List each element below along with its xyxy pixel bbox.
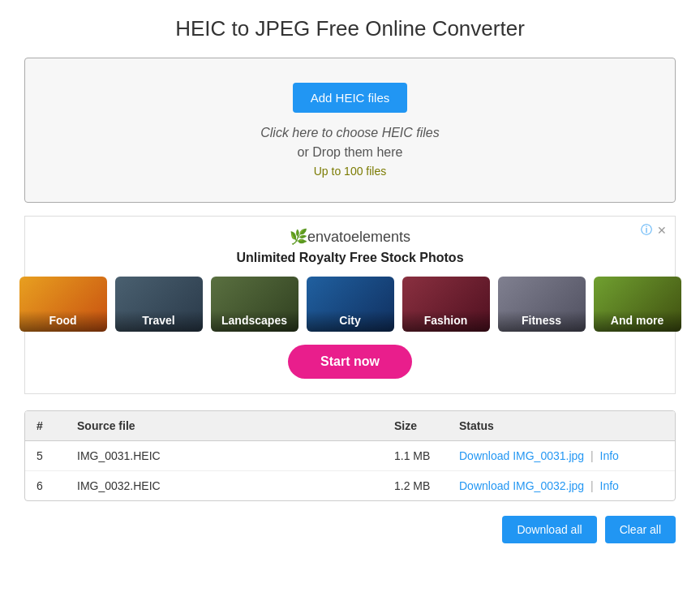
ad-banner: ⓘ ✕ 🌿envatoelements Unlimited Royalty Fr… (24, 216, 676, 394)
category-item-food[interactable]: Food (19, 277, 107, 332)
row2-status: Download IMG_0032.jpg | Info (448, 471, 675, 501)
add-heic-files-button[interactable]: Add HEIC files (293, 83, 408, 113)
category-item-andmore[interactable]: And more (594, 277, 681, 332)
envato-subtitle: Unlimited Royalty Free Stock Photos (38, 251, 662, 265)
col-header-num: # (25, 411, 66, 441)
bottom-action-bar: Download all Clear all (24, 511, 676, 548)
upload-drop-text: or Drop them here (41, 145, 659, 160)
category-label-food: Food (19, 311, 107, 332)
row1-download-link[interactable]: Download IMG_0031.jpg (459, 449, 584, 462)
ad-close-icon[interactable]: ✕ (657, 224, 667, 237)
category-item-travel[interactable]: Travel (115, 277, 203, 332)
row1-size: 1.1 MB (383, 441, 448, 471)
category-item-landscapes[interactable]: Landscapes (211, 277, 298, 332)
upload-area[interactable]: Add HEIC files Click here to choose HEIC… (24, 58, 676, 203)
category-item-fashion[interactable]: Fashion (402, 277, 490, 332)
start-now-button[interactable]: Start now (288, 345, 412, 379)
row1-separator: | (590, 449, 594, 462)
download-all-button[interactable]: Download all (502, 516, 596, 543)
row1-info-link[interactable]: Info (600, 449, 619, 462)
table-header-row: # Source file Size Status (25, 411, 675, 441)
envato-leaf-icon: 🌿 (290, 229, 307, 245)
row2-num: 6 (25, 471, 66, 501)
file-table: # Source file Size Status 5 IMG_0031.HEI… (25, 411, 675, 500)
page-title: HEIC to JPEG Free Online Converter (24, 16, 676, 41)
category-label-fashion: Fashion (402, 311, 490, 332)
envato-brand-name: envatoelements (307, 229, 410, 245)
row2-size: 1.2 MB (383, 471, 448, 501)
col-header-status: Status (448, 411, 675, 441)
table-row: 6 IMG_0032.HEIC 1.2 MB Download IMG_0032… (25, 471, 675, 501)
category-label-fitness: Fitness (498, 311, 586, 332)
envato-logo: 🌿envatoelements (38, 228, 662, 246)
row2-info-link[interactable]: Info (600, 479, 619, 492)
category-label-city: City (307, 311, 394, 332)
upload-instruction: Click here to choose HEIC files (41, 126, 659, 140)
file-table-wrapper: # Source file Size Status 5 IMG_0031.HEI… (24, 410, 676, 501)
table-row: 5 IMG_0031.HEIC 1.1 MB Download IMG_0031… (25, 441, 675, 471)
category-item-fitness[interactable]: Fitness (498, 277, 586, 332)
row2-source: IMG_0032.HEIC (66, 471, 383, 501)
row1-source: IMG_0031.HEIC (66, 441, 383, 471)
ad-info-icon[interactable]: ⓘ (641, 223, 652, 238)
clear-all-button[interactable]: Clear all (605, 516, 676, 543)
col-header-size: Size (383, 411, 448, 441)
category-label-andmore: And more (594, 311, 681, 332)
page-wrapper: HEIC to JPEG Free Online Converter Add H… (0, 0, 700, 564)
col-header-source: Source file (66, 411, 383, 441)
category-label-travel: Travel (115, 311, 203, 332)
category-grid: Food Travel Landscapes City Fashion Fitn… (38, 277, 662, 332)
ad-controls: ⓘ ✕ (641, 223, 667, 238)
category-label-landscapes: Landscapes (211, 311, 298, 332)
row1-status: Download IMG_0031.jpg | Info (448, 441, 675, 471)
category-item-city[interactable]: City (307, 277, 394, 332)
row2-download-link[interactable]: Download IMG_0032.jpg (459, 479, 584, 492)
row1-num: 5 (25, 441, 66, 471)
row2-separator: | (590, 479, 594, 492)
upload-limit-text: Up to 100 files (41, 165, 659, 178)
